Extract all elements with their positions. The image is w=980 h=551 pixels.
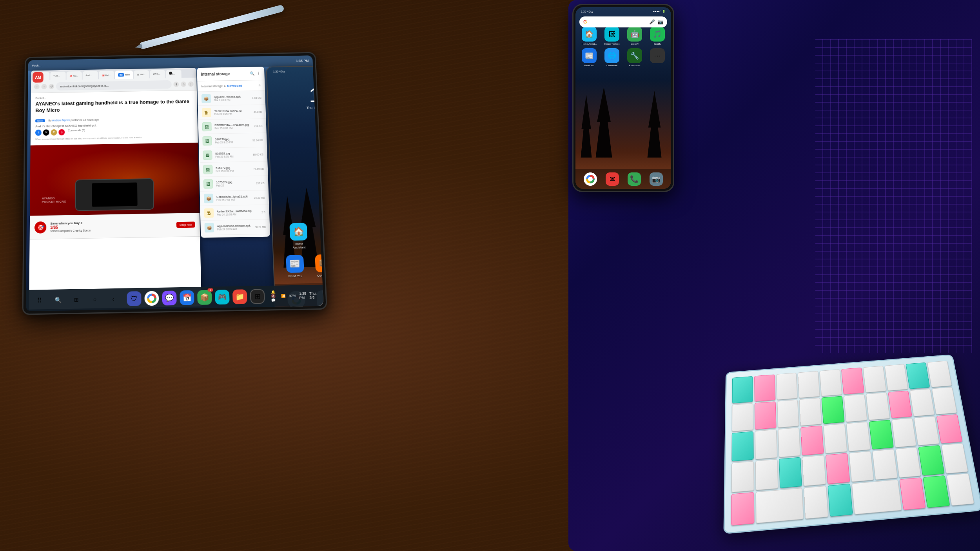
pm-more[interactable]: ⋯ xyxy=(648,48,667,67)
key-2[interactable] xyxy=(798,371,820,398)
file-item-1[interactable]: 📦 app-free-release.apk Mar 1 4:19 PM 8.8… xyxy=(198,91,265,106)
key-8[interactable] xyxy=(777,399,799,428)
shop-now-button[interactable]: Shop now xyxy=(176,222,195,228)
dock-app-7[interactable]: 📁 xyxy=(232,289,247,304)
key-pink-9[interactable] xyxy=(899,478,926,510)
dock-app-8[interactable]: ⊞ xyxy=(250,289,265,304)
key-13[interactable] xyxy=(932,387,957,415)
twitter-icon[interactable]: ✕ xyxy=(43,129,49,136)
key-16[interactable] xyxy=(824,424,847,453)
key-12[interactable] xyxy=(910,389,935,417)
key-green-2[interactable] xyxy=(869,420,894,450)
lens-icon[interactable]: 📷 xyxy=(657,19,663,25)
key-23[interactable] xyxy=(849,451,874,482)
key-24[interactable] xyxy=(872,449,898,480)
key-5[interactable] xyxy=(884,364,908,391)
browser-window[interactable]: Can... TLO... 🐙 Rel... And... 🐙 Rel... xyxy=(29,68,201,310)
key-1[interactable] xyxy=(776,373,798,400)
key-green-1[interactable] xyxy=(822,396,845,424)
browser-tab-4[interactable]: And... xyxy=(83,71,98,80)
pm-droidify[interactable]: 🤖 Droidify xyxy=(625,27,644,45)
main-dock-camera[interactable]: 📷 xyxy=(650,172,663,186)
key-teal-3[interactable] xyxy=(731,431,753,462)
back-nav-button[interactable]: ‹ xyxy=(108,293,119,305)
pm-read-you[interactable]: 📰 Read You xyxy=(579,48,599,67)
refresh-button[interactable]: ↺ xyxy=(49,84,54,89)
key-teal-2[interactable] xyxy=(906,362,930,389)
browser-tab-7[interactable]: ZWC... xyxy=(150,70,165,78)
pm-spotify[interactable]: 🎵 Spotify xyxy=(648,27,667,45)
key-15[interactable] xyxy=(778,428,800,457)
file-item-4[interactable]: 🖼 516236.jpg Feb 25 8:05 PM 93.94 KB xyxy=(198,133,267,148)
key-green-4[interactable] xyxy=(923,475,950,508)
browser-tab-5[interactable]: 🐙 Rel... xyxy=(99,71,114,80)
author-link[interactable]: Andrew Myrick xyxy=(52,119,70,122)
pm-chromium[interactable]: 🌐 Chromium xyxy=(602,48,622,67)
bookmark-button[interactable]: ☆ xyxy=(181,82,186,87)
share-button[interactable]: ⋮ xyxy=(188,82,194,87)
mic-icon[interactable]: 🎤 xyxy=(649,19,655,25)
dock-chrome-tablet[interactable] xyxy=(144,291,159,306)
app-read-you[interactable]: 📰 Read You xyxy=(286,255,304,278)
key-28[interactable] xyxy=(804,486,829,519)
dock-app-3[interactable]: 💬 xyxy=(162,290,176,305)
browser-tab-6[interactable]: @ Rel... xyxy=(134,70,149,79)
file-item-9[interactable]: 🗜 AetherSX2w...sARM64.zip Feb 24 10:08 A… xyxy=(200,205,269,221)
home-button[interactable]: ○ xyxy=(89,294,101,305)
key-10[interactable] xyxy=(844,394,867,422)
key-teal-1[interactable] xyxy=(732,376,753,403)
key-21[interactable] xyxy=(755,459,778,490)
key-teal-4[interactable] xyxy=(779,457,802,488)
key-11[interactable] xyxy=(866,392,890,420)
files-menu-icon[interactable]: ⋮ xyxy=(257,71,261,76)
browser-tab-2[interactable]: TLO... xyxy=(50,72,65,80)
key-27[interactable] xyxy=(756,488,804,523)
key-7[interactable] xyxy=(732,403,753,432)
key-4[interactable] xyxy=(863,366,886,392)
apps-grid-button[interactable]: ⠿ xyxy=(34,295,45,306)
browser-tab-8[interactable]: AI x... xyxy=(166,70,181,78)
key-teal-5[interactable] xyxy=(828,484,853,517)
download-button[interactable]: ⬇ xyxy=(173,82,179,87)
key-pink-3[interactable] xyxy=(755,401,776,430)
dock-app-6[interactable]: 🎮 xyxy=(215,290,230,304)
pm-extendrom[interactable]: 🔧 Extendrom xyxy=(625,48,644,67)
dock-app-4[interactable]: 📅 xyxy=(180,290,194,305)
forward-button[interactable]: → xyxy=(42,84,47,89)
file-item-8[interactable]: 📦 ConsoleAu...lpha21.apk Feb 25 7:54 PM … xyxy=(200,190,269,206)
dock-app-1[interactable]: 🛡 xyxy=(127,291,141,306)
main-dock-gmail[interactable]: ✉ xyxy=(606,172,619,186)
key-pink-6[interactable] xyxy=(936,414,962,443)
key-26[interactable] xyxy=(941,443,968,474)
file-item-10[interactable]: 📦 app-mainline-release.apk Feb 24 10:04 … xyxy=(200,219,270,236)
key-14[interactable] xyxy=(755,430,777,459)
app-home-assistant[interactable]: 🏠 HomeAssistant xyxy=(289,223,308,250)
file-item-7[interactable]: 🖼 1075674.jpg Feb 25 237 KB xyxy=(200,176,269,192)
key-30[interactable] xyxy=(947,473,974,506)
key-green-3[interactable] xyxy=(918,445,945,476)
back-button[interactable]: ← xyxy=(34,84,40,89)
key-pink-2[interactable] xyxy=(841,368,864,394)
main-dock-phone[interactable]: 📞 xyxy=(628,172,641,186)
key-29[interactable] xyxy=(852,480,902,515)
key-pink-4[interactable] xyxy=(888,390,912,418)
file-item-3[interactable]: 🖼 B7WROYIA-...llha.com.jpg Feb 25 8:06 P… xyxy=(198,119,267,134)
download-folder-link[interactable]: Download xyxy=(227,84,242,87)
pinterest-icon[interactable]: P xyxy=(51,129,57,136)
app-obtainium[interactable]: 📦 Obtainium xyxy=(315,254,323,277)
file-item-5[interactable]: 🖼 516519.jpg Feb 25 8:05 PM 88.60 KB xyxy=(199,147,267,163)
key-18[interactable] xyxy=(891,418,916,448)
pm-home-assistant[interactable]: 🏠 Home Assist... xyxy=(579,27,599,45)
key-pink-5[interactable] xyxy=(801,426,824,455)
key-3[interactable] xyxy=(820,369,842,396)
keyboard[interactable] xyxy=(723,354,980,534)
files-panel[interactable]: Internal storage 🔍 ⋮ Internal storage ▸ … xyxy=(197,67,270,238)
file-item-2[interactable]: 🗜 TLOZ EOW SAVE.7z Feb 28 9:25 PM 444 KB xyxy=(198,105,266,120)
key-6[interactable] xyxy=(927,361,952,387)
browser-tab-active[interactable]: 50 tabs xyxy=(115,71,133,79)
pocket-icon[interactable]: p xyxy=(58,129,65,135)
dock-app-5[interactable]: 📦1 xyxy=(197,290,212,305)
key-22[interactable] xyxy=(802,455,826,486)
search-button[interactable]: 🔍 xyxy=(52,294,64,306)
comments-link[interactable]: Comments (0) xyxy=(68,129,85,135)
